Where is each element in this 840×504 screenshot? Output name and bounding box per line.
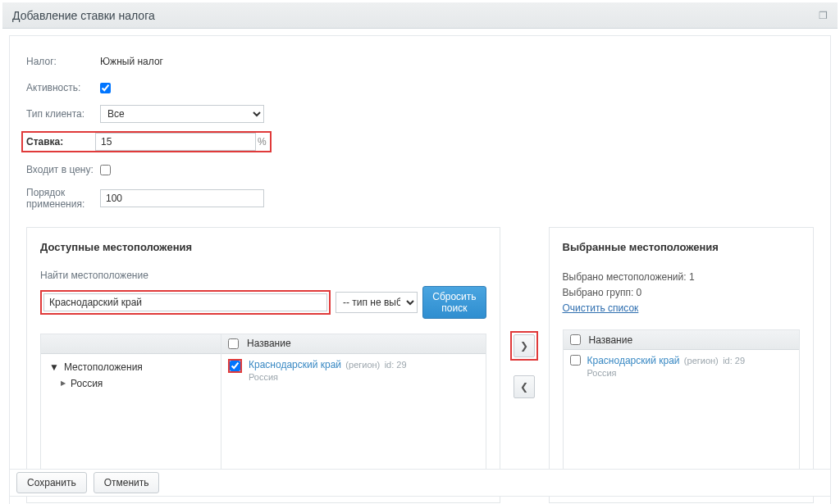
chevron-down-icon: ▼ bbox=[49, 361, 59, 373]
selected-title: Выбранные местоположения bbox=[563, 241, 801, 253]
tax-value: Южный налог bbox=[100, 56, 163, 67]
restore-icon[interactable]: ❐ bbox=[819, 10, 828, 21]
selected-result-id: id: 29 bbox=[723, 356, 745, 366]
result-id: id: 29 bbox=[385, 360, 407, 370]
order-label: Порядок применения: bbox=[26, 187, 100, 211]
result-country: Россия bbox=[249, 372, 407, 382]
cancel-button[interactable]: Отменить bbox=[94, 472, 160, 493]
transfer-left-button[interactable]: ❮ bbox=[514, 375, 535, 398]
selected-grid-header-name: Название bbox=[589, 334, 633, 346]
order-input[interactable] bbox=[100, 189, 264, 207]
activity-label: Активность: bbox=[26, 82, 100, 93]
selected-result-type: (регион) bbox=[684, 356, 719, 366]
selected-locations-box: Выбранные местоположения Выбрано местопо… bbox=[549, 227, 815, 503]
activity-checkbox[interactable] bbox=[100, 83, 111, 93]
client-type-label: Тип клиента: bbox=[26, 108, 100, 120]
result-type: (регион) bbox=[345, 360, 380, 370]
selected-result-row[interactable]: Краснодарский край (регион) id: 29 Росси… bbox=[564, 350, 800, 383]
client-type-select[interactable]: Все bbox=[100, 105, 264, 123]
included-label: Входит в цену: bbox=[26, 164, 100, 175]
selected-result-checkbox[interactable] bbox=[570, 355, 581, 366]
rate-input[interactable] bbox=[95, 133, 256, 151]
tree-root[interactable]: ▼ Местоположения bbox=[48, 359, 214, 375]
search-input[interactable] bbox=[43, 293, 327, 311]
footer-bar: Сохранить Отменить bbox=[9, 469, 831, 497]
sel-count-loc-label: Выбрано местоположений: bbox=[563, 271, 687, 283]
chevron-left-icon: ❮ bbox=[520, 381, 528, 393]
clear-list-link[interactable]: Очистить список bbox=[563, 302, 639, 314]
chevron-right-icon: ▶ bbox=[61, 379, 66, 387]
result-name: Краснодарский край bbox=[249, 359, 341, 370]
sel-count-loc-value: 1 bbox=[689, 271, 695, 283]
included-checkbox[interactable] bbox=[100, 165, 111, 175]
sel-count-grp-label: Выбрано групп: bbox=[563, 287, 634, 298]
rate-percent: % bbox=[258, 136, 267, 148]
transfer-right-button[interactable]: ❯ bbox=[514, 334, 535, 357]
available-title: Доступные местоположения bbox=[40, 241, 486, 253]
sel-count-grp-value: 0 bbox=[637, 287, 642, 298]
reset-search-button[interactable]: Сбросить поиск bbox=[422, 286, 486, 319]
selected-result-name: Краснодарский край bbox=[587, 355, 680, 366]
grid-header-name: Название bbox=[247, 338, 291, 349]
search-label: Найти местоположение bbox=[40, 270, 486, 281]
window-title: Добавление ставки налога bbox=[12, 9, 155, 22]
tree-item-russia[interactable]: ▶ Россия bbox=[48, 375, 214, 392]
type-select[interactable]: -- тип не выбран bbox=[336, 292, 418, 313]
rate-label: Ставка: bbox=[26, 136, 95, 148]
titlebar: Добавление ставки налога ❐ bbox=[2, 2, 838, 29]
select-all-checkbox[interactable] bbox=[228, 338, 239, 349]
tax-label: Налог: bbox=[26, 56, 100, 67]
result-row[interactable]: Краснодарский край (регион) id: 29 Росси… bbox=[221, 354, 486, 387]
result-checkbox[interactable] bbox=[230, 361, 240, 371]
selected-result-country: Россия bbox=[587, 368, 746, 378]
save-button[interactable]: Сохранить bbox=[16, 472, 87, 493]
chevron-right-icon: ❯ bbox=[520, 340, 528, 352]
available-locations-box: Доступные местоположения Найти местополо… bbox=[26, 227, 500, 503]
selected-select-all-checkbox[interactable] bbox=[570, 334, 581, 345]
